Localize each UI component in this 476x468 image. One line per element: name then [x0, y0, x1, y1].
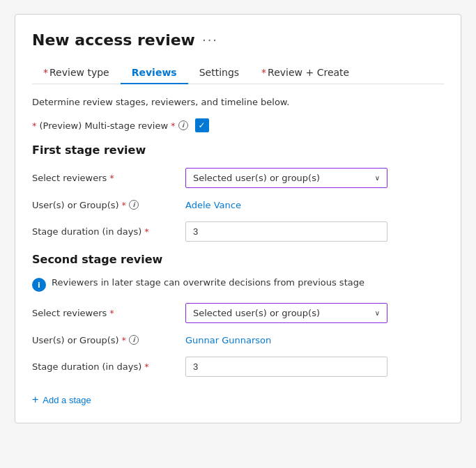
- first-stage-users-groups-control: Adele Vance: [185, 199, 444, 210]
- first-stage-select-reviewers-control: Selected user(s) or group(s) ∨: [185, 168, 444, 188]
- multi-stage-star: *: [32, 120, 37, 131]
- multi-stage-row: * (Preview) Multi-stage review * i: [32, 118, 444, 132]
- multi-stage-info-icon[interactable]: i: [178, 120, 188, 130]
- multi-stage-label: * (Preview) Multi-stage review * i: [32, 120, 188, 131]
- first-stage-users-groups-label: User(s) or Group(s) * i: [32, 200, 185, 210]
- first-stage-user-link[interactable]: Adele Vance: [185, 200, 241, 210]
- first-stage-users-groups-star: *: [122, 200, 127, 210]
- tabs-nav: *Review type Reviews Settings *Review + …: [32, 61, 444, 84]
- first-stage-select-reviewers-label: Select reviewers *: [32, 173, 185, 183]
- tab-review-create-star: *: [261, 67, 266, 78]
- first-stage-users-groups-info-icon[interactable]: i: [129, 200, 139, 210]
- first-stage-duration-control: [185, 221, 444, 242]
- second-stage-users-groups-control: Gunnar Gunnarson: [185, 334, 444, 345]
- second-stage-section: Second stage review i Reviewers in later…: [32, 253, 444, 377]
- second-stage-duration-label: Stage duration (in days) *: [32, 361, 185, 372]
- plus-icon: +: [32, 393, 38, 406]
- first-stage-duration-label: Stage duration (in days) *: [32, 226, 185, 237]
- first-stage-section: First stage review Select reviewers * Se…: [32, 143, 444, 242]
- second-stage-duration-star: *: [144, 361, 149, 372]
- second-stage-duration-control: [185, 357, 444, 377]
- multi-stage-asterisk: *: [171, 120, 176, 131]
- second-stage-info-circle-icon: i: [32, 278, 46, 292]
- first-stage-select-reviewers-star: *: [109, 173, 114, 183]
- first-stage-select-reviewers-row: Select reviewers * Selected user(s) or g…: [32, 168, 444, 188]
- add-stage-label: Add a stage: [43, 395, 91, 405]
- first-stage-users-groups-row: User(s) or Group(s) * i Adele Vance: [32, 199, 444, 210]
- second-stage-select-reviewers-row: Select reviewers * Selected user(s) or g…: [32, 303, 444, 323]
- more-options-icon[interactable]: ···: [202, 33, 218, 47]
- first-stage-dropdown-arrow-icon: ∨: [375, 174, 380, 182]
- add-stage-button[interactable]: + Add a stage: [32, 393, 91, 406]
- page-title: New access review: [32, 31, 195, 49]
- title-row: New access review ···: [32, 31, 444, 49]
- tab-review-create[interactable]: *Review + Create: [250, 61, 360, 84]
- multi-stage-checkbox[interactable]: [195, 118, 209, 132]
- second-stage-select-reviewers-star: *: [109, 308, 114, 318]
- main-card: New access review ··· *Review type Revie…: [15, 14, 461, 423]
- second-stage-duration-row: Stage duration (in days) *: [32, 357, 444, 377]
- first-stage-reviewers-dropdown[interactable]: Selected user(s) or group(s) ∨: [185, 168, 387, 188]
- second-stage-users-groups-label: User(s) or Group(s) * i: [32, 335, 185, 345]
- first-stage-duration-input[interactable]: [185, 221, 387, 242]
- second-stage-select-reviewers-control: Selected user(s) or group(s) ∨: [185, 303, 444, 323]
- second-stage-users-groups-row: User(s) or Group(s) * i Gunnar Gunnarson: [32, 334, 444, 345]
- tab-reviews[interactable]: Reviews: [121, 61, 188, 84]
- second-stage-users-groups-star: *: [122, 335, 127, 345]
- second-stage-duration-input[interactable]: [185, 357, 387, 377]
- second-stage-heading: Second stage review: [32, 253, 444, 266]
- first-stage-duration-row: Stage duration (in days) *: [32, 221, 444, 242]
- second-stage-select-reviewers-label: Select reviewers *: [32, 308, 185, 318]
- second-stage-users-groups-info-icon[interactable]: i: [129, 335, 139, 345]
- subtitle-text: Determine review stages, reviewers, and …: [32, 97, 444, 107]
- tab-review-type-star: *: [43, 67, 48, 78]
- second-stage-dropdown-arrow-icon: ∨: [375, 309, 380, 317]
- first-stage-heading: First stage review: [32, 143, 444, 157]
- first-stage-duration-star: *: [144, 226, 149, 237]
- second-stage-reviewers-dropdown[interactable]: Selected user(s) or group(s) ∨: [185, 303, 387, 323]
- tab-settings[interactable]: Settings: [188, 61, 250, 84]
- second-stage-user-link[interactable]: Gunnar Gunnarson: [185, 335, 271, 345]
- second-stage-info-banner: i Reviewers in later stage can overwrite…: [32, 277, 444, 292]
- tab-review-type[interactable]: *Review type: [32, 61, 121, 84]
